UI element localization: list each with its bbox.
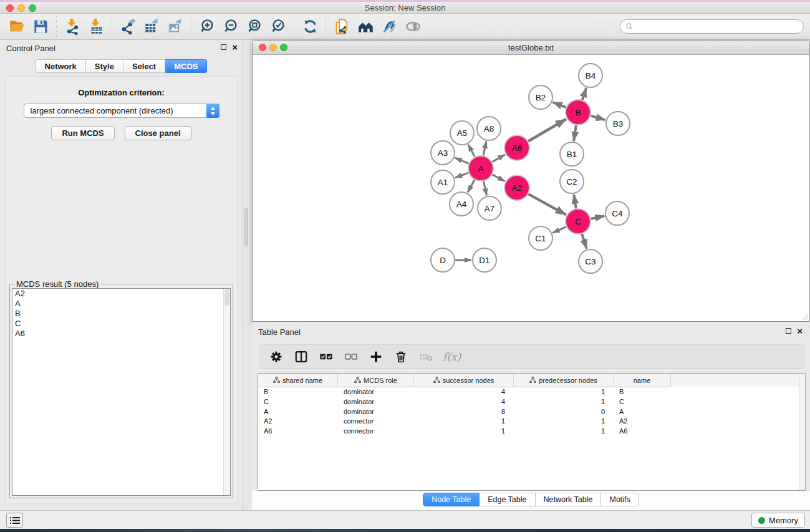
cell-successor-nodes[interactable]: 8 <box>414 407 514 417</box>
edge-C-C4[interactable] <box>591 216 605 219</box>
node-A2[interactable]: A2 <box>504 175 529 200</box>
home-browser-icon[interactable] <box>354 16 377 37</box>
edge-A-A2[interactable] <box>493 175 505 181</box>
node-A[interactable]: A <box>468 156 493 181</box>
node-C[interactable]: C <box>566 209 591 234</box>
open-session-icon[interactable] <box>5 16 29 37</box>
edge-A-A3[interactable] <box>455 158 468 163</box>
column-header-predecessor-nodes[interactable]: predecessor nodes <box>514 374 614 387</box>
function-builder-icon[interactable]: f(x) <box>443 351 461 363</box>
close-panel-icon[interactable]: × <box>232 44 238 51</box>
edge-B-B3[interactable] <box>591 116 605 120</box>
cell-name[interactable]: A6 <box>614 427 671 437</box>
cell-name[interactable]: A2 <box>614 417 671 427</box>
cell-name[interactable]: A <box>614 407 671 417</box>
node-A7[interactable]: A7 <box>478 196 501 220</box>
node-A6[interactable]: A6 <box>504 135 529 160</box>
network-canvas[interactable]: B4B2BB3A5A8A6A3B1AA1C2A2A4A7C4CC1DD1C3 <box>253 55 809 321</box>
cell-name[interactable]: C <box>614 397 671 407</box>
tab-mcds[interactable]: MCDS <box>165 59 207 73</box>
node-A3[interactable]: A3 <box>431 141 455 165</box>
cell-shared-name[interactable]: A6 <box>258 427 338 437</box>
column-header-mcds-role[interactable]: MCDS role <box>338 374 414 387</box>
cell-name[interactable]: B <box>614 387 671 397</box>
resize-gripper-icon[interactable] <box>801 313 809 321</box>
zoom-out-icon[interactable] <box>219 16 243 37</box>
refresh-layout-icon[interactable] <box>298 16 322 37</box>
node-D1[interactable]: D1 <box>473 248 496 272</box>
edge-A-A6[interactable] <box>492 155 505 162</box>
table-row-a2[interactable]: A2connector11A2 <box>258 417 805 427</box>
table-settings-icon[interactable] <box>268 349 284 365</box>
zoom-selected-icon[interactable] <box>266 16 290 37</box>
deselect-all-icon[interactable] <box>343 349 359 365</box>
result-item-c[interactable]: C <box>12 319 230 329</box>
result-list-scrollbar[interactable] <box>223 289 230 495</box>
table-row-a6[interactable]: A6connector11A6 <box>258 427 805 437</box>
column-header-successor-nodes[interactable]: successor nodes <box>414 374 514 387</box>
edge-A-A8[interactable] <box>483 142 486 156</box>
edge-A6-B[interactable] <box>528 119 566 141</box>
zoom-in-icon[interactable] <box>195 16 219 37</box>
tab-style[interactable]: Style <box>86 59 123 73</box>
cell-predecessor-nodes[interactable]: 0 <box>514 407 614 417</box>
cell-shared-name[interactable]: A <box>258 407 338 417</box>
save-session-icon[interactable] <box>29 16 52 37</box>
task-history-button[interactable] <box>6 513 23 528</box>
edge-A-A7[interactable] <box>483 181 486 196</box>
table-row-b[interactable]: Bdominator41B <box>258 387 805 397</box>
node-B4[interactable]: B4 <box>579 64 602 87</box>
result-item-a[interactable]: A <box>12 299 230 309</box>
cell-mcds-role[interactable]: dominator <box>338 397 414 407</box>
cell-shared-name[interactable]: C <box>258 397 338 407</box>
import-table-icon[interactable] <box>84 16 108 37</box>
cell-successor-nodes[interactable]: 4 <box>414 387 514 397</box>
cell-successor-nodes[interactable]: 4 <box>414 397 514 407</box>
node-A5[interactable]: A5 <box>450 121 474 145</box>
edge-A-A1[interactable] <box>455 173 468 178</box>
tab-edge-table[interactable]: Edge Table <box>480 493 535 506</box>
table-row-a[interactable]: Adominator80A <box>258 407 805 417</box>
cell-predecessor-nodes[interactable]: 1 <box>514 417 614 427</box>
cell-predecessor-nodes[interactable]: 1 <box>514 387 614 397</box>
edge-A-A4[interactable] <box>468 180 475 192</box>
cell-successor-nodes[interactable]: 1 <box>414 417 514 427</box>
cell-mcds-role[interactable]: dominator <box>338 387 414 397</box>
result-item-a2[interactable]: A2 <box>12 289 230 299</box>
edge-B-B4[interactable] <box>582 88 587 100</box>
node-B[interactable]: B <box>566 100 591 125</box>
panel-splitter-handle[interactable] <box>244 208 248 246</box>
network-window-titlebar[interactable]: testGlobe.txt <box>253 41 809 55</box>
node-C3[interactable]: C3 <box>579 249 602 273</box>
zoom-fit-icon[interactable] <box>243 16 266 37</box>
edge-C-C3[interactable] <box>582 234 586 249</box>
node-B2[interactable]: B2 <box>529 85 552 109</box>
node-B1[interactable]: B1 <box>560 142 584 166</box>
cell-mcds-role[interactable]: connector <box>338 417 414 427</box>
cell-shared-name[interactable]: A2 <box>258 417 338 427</box>
edge-C-C2[interactable] <box>574 195 576 209</box>
close-panel-button[interactable]: Close panel <box>125 126 191 140</box>
table-row-c[interactable]: Cdominator41C <box>258 397 805 407</box>
table-scrollbar[interactable] <box>799 374 805 490</box>
edge-A-A5[interactable] <box>468 145 475 157</box>
node-B3[interactable]: B3 <box>606 112 630 135</box>
result-item-b[interactable]: B <box>12 309 230 319</box>
delete-column-icon[interactable] <box>393 349 409 365</box>
edge-B-B1[interactable] <box>574 125 576 141</box>
node-D[interactable]: D <box>431 248 455 272</box>
show-hide-icon[interactable] <box>401 16 425 37</box>
node-A1[interactable]: A1 <box>431 170 455 194</box>
node-A8[interactable]: A8 <box>477 117 501 140</box>
edge-C-C1[interactable] <box>552 227 566 233</box>
export-network-icon[interactable] <box>116 16 140 37</box>
node-table[interactable]: shared nameMCDS rolesuccessor nodesprede… <box>258 373 806 491</box>
split-panel-icon[interactable] <box>293 349 309 365</box>
close-table-panel-icon[interactable]: × <box>797 327 803 334</box>
node-A4[interactable]: A4 <box>450 192 473 216</box>
run-mcds-button[interactable]: Run MCDS <box>51 126 114 140</box>
search-input[interactable] <box>637 22 798 31</box>
tab-network-table[interactable]: Network Table <box>536 493 602 506</box>
float-table-panel-icon[interactable] <box>786 328 791 334</box>
edge-B-B2[interactable] <box>552 102 566 107</box>
